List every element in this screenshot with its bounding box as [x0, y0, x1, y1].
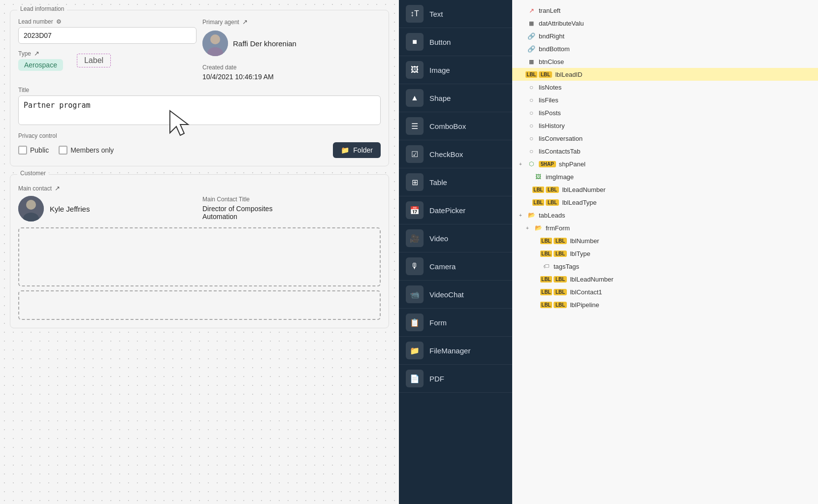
widget-item-camera[interactable]: 🎙 Camera — [399, 252, 512, 281]
tree-expand-frmForm[interactable]: + — [524, 224, 531, 231]
members-only-checkbox-label[interactable]: Members only — [59, 146, 114, 155]
tree-label-lblLeadNumber2: lblLeadNumber — [570, 276, 613, 283]
tree-label-btnClose: btnClose — [539, 58, 564, 65]
tree-badge-lblNumber: LBL — [554, 238, 567, 244]
contact-avatar — [18, 196, 44, 221]
title-input[interactable]: Partner program — [18, 95, 381, 125]
tree-item-bndRight[interactable]: 🔗 bndRight — [512, 30, 818, 42]
widget-item-text[interactable]: ↕T Text — [399, 0, 512, 28]
widget-item-video[interactable]: 🎥 Video — [399, 224, 512, 252]
tree-item-lblLeadID[interactable]: LBL LBL lblLeadID — [512, 68, 818, 81]
widget-icon-form: 📋 — [406, 314, 424, 331]
tree-label-tabLeads: tabLeads — [539, 212, 565, 219]
tree-item-lblLeadNumber2[interactable]: LBL LBL lblLeadNumber — [512, 273, 818, 285]
main-contact-link-icon[interactable]: ↗ — [55, 185, 60, 192]
tree-icon-lblLeadType: LBL — [534, 198, 543, 207]
tree-label-bndRight: bndRight — [539, 32, 564, 40]
customer-card: Customer Main contact ↗ Kyle Jeffries Ma… — [10, 174, 389, 328]
widget-item-videochat[interactable]: 📹 VideoChat — [399, 281, 512, 309]
tree-item-lblLeadNumber[interactable]: LBL LBL lblLeadNumber — [512, 183, 818, 196]
lead-info-title: Lead information — [17, 5, 67, 12]
tree-badge-lblLeadID: LBL — [539, 71, 552, 78]
public-checkbox[interactable] — [18, 146, 27, 155]
tree-label-tagsTags: tagsTags — [554, 263, 579, 270]
tree-item-datAttributeValu[interactable]: ▦ datAttributeValu — [512, 17, 818, 30]
tree-icon-bndRight: 🔗 — [527, 32, 536, 40]
public-checkbox-label[interactable]: Public — [18, 146, 49, 155]
tree-label-lisContactsTab: lisContactsTab — [539, 148, 581, 155]
tree-item-tabLeads[interactable]: + 📂 tabLeads — [512, 209, 818, 221]
tree-label-lblLeadNumber: lblLeadNumber — [562, 186, 605, 193]
tree-icon-lblLeadID: LBL — [527, 70, 536, 79]
tree-item-btnClose[interactable]: ▦ btnClose — [512, 55, 818, 68]
widget-item-form[interactable]: 📋 Form — [399, 309, 512, 337]
widget-icon-camera: 🎙 — [406, 257, 424, 275]
tree-item-lblContact1[interactable]: LBL LBL lblContact1 — [512, 285, 818, 298]
contact-subtitle: Automation — [202, 213, 381, 220]
type-external-link-icon[interactable]: ↗ — [34, 50, 39, 57]
widget-label-table: Table — [429, 178, 447, 187]
tree-icon-lisNotes: ○ — [527, 83, 536, 92]
title-label: Title — [18, 87, 381, 94]
tree-badge-lblType: LBL — [554, 251, 567, 257]
tree-item-lisContactsTab[interactable]: ○ lisContactsTab — [512, 145, 818, 158]
lead-number-input[interactable] — [18, 27, 196, 44]
svg-point-1 — [210, 34, 220, 44]
tree-label-lblContact1: lblContact1 — [570, 288, 602, 296]
folder-button[interactable]: 📁 Folder — [333, 142, 381, 158]
tree-expand-tabLeads[interactable]: + — [517, 212, 524, 219]
gear-icon[interactable]: ⚙ — [56, 18, 62, 25]
tree-item-tranLeft[interactable]: ↗ tranLeft — [512, 4, 818, 17]
widget-item-combobox[interactable]: ☰ ComboBox — [399, 112, 512, 140]
tree-expand-shpPanel[interactable]: + — [517, 160, 524, 167]
empty-area-2 — [18, 290, 381, 320]
created-date-value: 10/4/2021 10:46:19 AM — [202, 73, 381, 81]
widget-item-button[interactable]: ■ Button — [399, 28, 512, 56]
widget-item-datepicker[interactable]: 📅 DatePicker — [399, 196, 512, 224]
widget-item-shape[interactable]: ▲ Shape — [399, 84, 512, 112]
widget-item-pdf[interactable]: 📄 PDF — [399, 365, 512, 393]
tree-label-lblLeadType: lblLeadType — [562, 199, 596, 206]
type-badge: Aerospace — [18, 59, 63, 71]
widget-icon-datepicker: 📅 — [406, 201, 424, 219]
widget-item-image[interactable]: 🖼 Image — [399, 56, 512, 84]
tree-item-shpPanel[interactable]: + ⬡ 5HAP shpPanel — [512, 158, 818, 170]
tree-badge-shpPanel: 5HAP — [539, 161, 556, 167]
tree-badge-lblLeadType: LBL — [546, 199, 559, 206]
widget-item-table[interactable]: ⊞ Table — [399, 168, 512, 196]
members-only-checkbox[interactable] — [59, 146, 67, 155]
tree-icon-lblLeadNumber: LBL — [534, 185, 543, 194]
contact-title: Director of Composites — [202, 205, 381, 213]
widget-item-checkbox[interactable]: ☑ CheckBox — [399, 140, 512, 168]
type-label: Type ↗ — [18, 50, 63, 57]
widget-label-shape: Shape — [429, 94, 451, 102]
tree-item-frmForm[interactable]: + 📂 frmForm — [512, 221, 818, 234]
primary-agent-label: Primary agent ↗ — [202, 18, 381, 26]
tree-icon-tranLeft: ↗ — [527, 6, 536, 15]
widget-item-filemanager[interactable]: 📁 FileManager — [399, 337, 512, 365]
tree-item-lblLeadType[interactable]: LBL LBL lblLeadType — [512, 196, 818, 209]
tree-item-lisPosts[interactable]: ○ lisPosts — [512, 106, 818, 119]
tree-item-lblType[interactable]: LBL LBL lblType — [512, 247, 818, 260]
tree-item-imgImage[interactable]: 🖼 imgImage — [512, 170, 818, 183]
tree-item-lisHistory[interactable]: ○ lisHistory — [512, 119, 818, 132]
tree-item-bndBottom[interactable]: 🔗 bndBottom — [512, 42, 818, 55]
tree-item-lisFiles[interactable]: ○ lisFiles — [512, 94, 818, 106]
primary-agent-link-icon[interactable]: ↗ — [242, 18, 248, 26]
agent-name: Raffi Der khorenian — [233, 39, 296, 48]
tree-item-lisConversation[interactable]: ○ lisConversation — [512, 132, 818, 145]
tree-label-lisNotes: lisNotes — [539, 84, 561, 91]
contact-row: Kyle Jeffries — [18, 196, 196, 221]
widget-icon-image: 🖼 — [406, 61, 424, 79]
tree-icon-tabLeads: 📂 — [527, 211, 536, 220]
tree-icon-lblNumber: LBL — [542, 236, 551, 245]
widget-label-combobox: ComboBox — [429, 122, 466, 130]
tree-item-lblPipeline[interactable]: LBL LBL lblPipeline — [512, 298, 818, 311]
tree-item-tagsTags[interactable]: 🏷 tagsTags — [512, 260, 818, 273]
tree-item-lblNumber[interactable]: LBL LBL lblNumber — [512, 234, 818, 247]
tree-icon-btnClose: ▦ — [527, 57, 536, 66]
tree-icon-lblLeadNumber2: LBL — [542, 275, 551, 284]
right-panel: ↗ tranLeft ▦ datAttributeValu 🔗 bndRight… — [512, 0, 818, 504]
tree-item-lisNotes[interactable]: ○ lisNotes — [512, 81, 818, 94]
tree-label-shpPanel: shpPanel — [559, 160, 586, 168]
